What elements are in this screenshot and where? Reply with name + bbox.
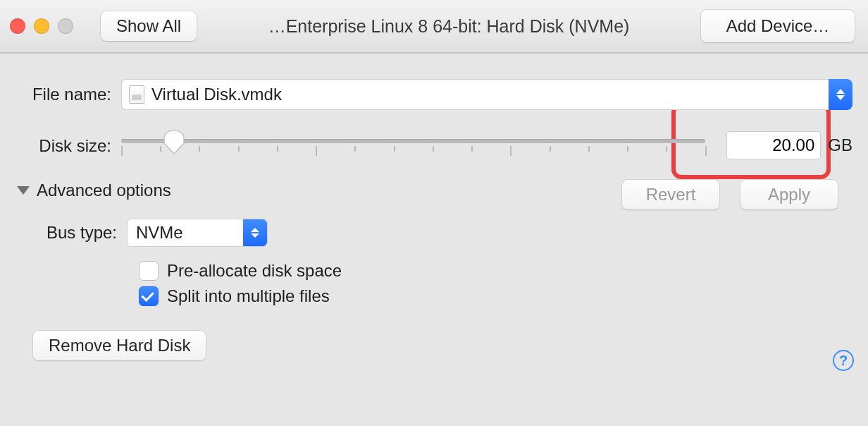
window-title: …Enterprise Linux 8 64-bit: Hard Disk (N… — [206, 16, 692, 37]
disk-size-unit: GB — [828, 135, 852, 155]
remove-disk-row: Remove Hard Disk — [32, 330, 852, 361]
file-name-row: File name: Virtual Disk.vmdk — [16, 79, 852, 110]
slider-track-line — [121, 139, 705, 143]
vmdk-file-icon — [129, 85, 144, 104]
split-label: Split into multiple files — [167, 286, 330, 306]
disk-size-label: Disk size: — [16, 135, 121, 156]
preallocate-checkbox[interactable] — [139, 261, 159, 281]
advanced-options-label: Advanced options — [37, 181, 171, 200]
bus-type-value: NVMe — [136, 223, 183, 243]
disk-size-slider-wrap: GB — [121, 131, 852, 159]
file-name-field[interactable]: Virtual Disk.vmdk — [121, 79, 829, 110]
settings-panel: File name: Virtual Disk.vmdk Disk size: — [0, 54, 868, 381]
show-all-button[interactable]: Show All — [100, 11, 197, 42]
add-device-button[interactable]: Add Device… — [700, 9, 855, 43]
split-row: Split into multiple files — [139, 286, 852, 306]
close-window-button[interactable] — [10, 18, 25, 34]
file-name-stepper[interactable] — [829, 79, 852, 110]
window-controls — [10, 18, 73, 34]
file-name-value: Virtual Disk.vmdk — [151, 85, 282, 104]
zoom-window-button[interactable] — [58, 18, 73, 34]
slider-knob[interactable] — [163, 130, 185, 154]
titlebar: Show All …Enterprise Linux 8 64-bit: Har… — [0, 0, 868, 54]
revert-button[interactable]: Revert — [621, 179, 720, 210]
file-name-combo[interactable]: Virtual Disk.vmdk — [121, 79, 852, 110]
file-name-label: File name: — [16, 85, 121, 104]
preallocate-row: Pre-allocate disk space — [139, 261, 852, 281]
bus-type-label: Bus type: — [28, 223, 127, 243]
disk-size-row: Disk size: GB — [16, 131, 852, 159]
bus-type-dropdown-icon[interactable] — [243, 219, 267, 246]
minimize-window-button[interactable] — [34, 18, 49, 34]
disk-size-input[interactable] — [726, 131, 821, 159]
disk-size-slider[interactable] — [121, 133, 705, 157]
help-button[interactable]: ? — [833, 350, 854, 371]
preallocate-label: Pre-allocate disk space — [167, 261, 342, 281]
bus-type-select[interactable]: NVMe — [127, 219, 268, 247]
split-checkbox[interactable] — [139, 286, 159, 306]
bus-type-row: Bus type: NVMe — [28, 219, 852, 247]
action-buttons: Revert Apply — [621, 179, 838, 210]
apply-button[interactable]: Apply — [740, 179, 838, 210]
remove-hard-disk-button[interactable]: Remove Hard Disk — [32, 330, 206, 361]
disclosure-triangle-icon — [17, 186, 30, 195]
slider-knob-icon — [163, 130, 185, 154]
